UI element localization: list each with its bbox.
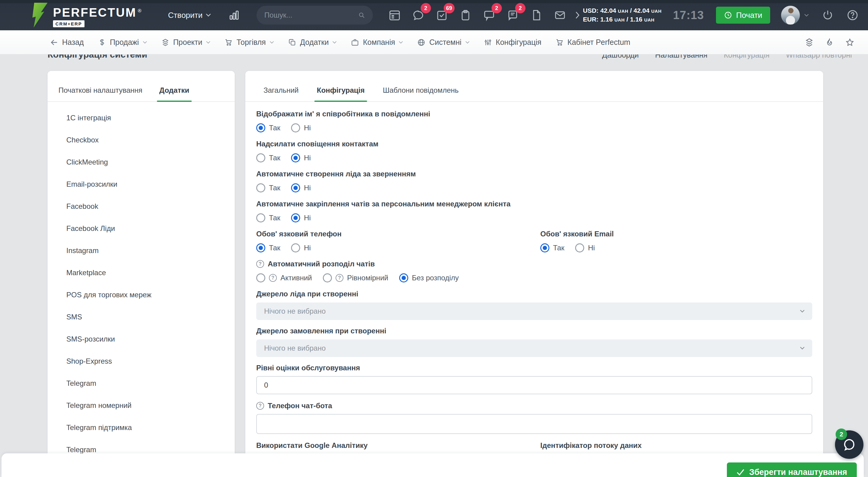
- module-navbar: Назад Продажі Проекти Торгівля Додатки К…: [0, 30, 868, 55]
- list-item[interactable]: Facebook Ліди: [48, 217, 235, 239]
- help-icon[interactable]: ?: [256, 260, 264, 268]
- field-lead-source: Джерело ліда при створенні Нічого не виб…: [256, 290, 812, 320]
- radio-uniform[interactable]: ?Рівномірний: [323, 273, 388, 282]
- chat-unread-badge: 2: [836, 428, 847, 440]
- file-icon[interactable]: [530, 8, 543, 22]
- start-timer-button[interactable]: Почати: [716, 7, 770, 24]
- stats-icon[interactable]: [228, 9, 240, 21]
- chevron-down-icon: [270, 41, 274, 44]
- help-icon[interactable]: ?: [269, 274, 277, 282]
- radio-yes[interactable]: Так: [256, 243, 280, 252]
- addons-sidebar: Початкові налаштування Додатки 1С інтегр…: [48, 71, 235, 477]
- chevron-down-icon: [332, 41, 337, 44]
- avatar[interactable]: [781, 6, 800, 25]
- radio-no[interactable]: Ні: [291, 123, 311, 132]
- list-item[interactable]: Email-розсилки: [48, 173, 235, 195]
- radio-yes[interactable]: Так: [256, 123, 280, 132]
- stack-icon[interactable]: [804, 37, 814, 47]
- field-google-analytics: Використати Google Аналітику: [256, 441, 540, 450]
- chats-icon[interactable]: 2: [411, 8, 425, 22]
- logo-bolt-icon: [29, 2, 49, 28]
- nav-back[interactable]: Назад: [50, 38, 84, 47]
- radio-active[interactable]: ?Активний: [256, 273, 312, 282]
- star-icon[interactable]: [845, 37, 855, 47]
- arrow-left-icon: [50, 38, 58, 47]
- field-service-levels: Рівні оцінки обслуговування: [256, 364, 812, 401]
- chevron-down-icon: [800, 310, 805, 313]
- list-item[interactable]: ClickMeeting: [48, 151, 235, 173]
- radio-no-distribution[interactable]: Без розподілу: [399, 273, 459, 282]
- radio-yes[interactable]: Так: [540, 243, 564, 252]
- nav-cabinet[interactable]: Кабінет Perfectum: [555, 38, 630, 47]
- radio-yes[interactable]: Так: [256, 183, 280, 192]
- perfectum-logo[interactable]: PERFECTUM® CRM+ERP: [29, 2, 140, 28]
- chat-bubble-icon: [842, 437, 857, 452]
- tasks-icon[interactable]: 69: [435, 8, 448, 22]
- settings-tabs: Загальний Конфігурація Шаблони повідомле…: [245, 86, 823, 102]
- chatbot-phone-input[interactable]: [256, 414, 812, 434]
- list-item[interactable]: Instagram: [48, 239, 235, 262]
- tab-general[interactable]: Загальний: [264, 86, 299, 101]
- list-item[interactable]: Telegram підтримка: [48, 416, 235, 439]
- list-item[interactable]: SMS-розсилки: [48, 328, 235, 350]
- nav-system[interactable]: Системні: [417, 38, 469, 47]
- clipboard-icon[interactable]: [459, 8, 472, 22]
- eur-rate: EUR: 1.16 UAH / 1.16 UAH: [583, 15, 661, 24]
- radio-no[interactable]: Ні: [291, 153, 311, 162]
- settings-panel: Загальний Конфігурація Шаблони повідомле…: [245, 71, 823, 477]
- tab-configuration[interactable]: Конфігурація: [317, 86, 365, 101]
- create-button[interactable]: Створити: [168, 10, 211, 20]
- nav-configuration[interactable]: Конфігурація: [484, 38, 541, 47]
- chevron-down-icon: [206, 41, 211, 44]
- radio-no[interactable]: Ні: [291, 243, 311, 252]
- tab-message-templates[interactable]: Шаблони повідомлень: [383, 86, 459, 101]
- tab-initial-settings[interactable]: Початкові налаштування: [58, 86, 142, 101]
- collapse-chevron-icon[interactable]: [575, 11, 580, 19]
- chevron-down-icon: [143, 41, 147, 44]
- chevron-down-icon: [804, 13, 809, 17]
- radio-yes[interactable]: Так: [256, 213, 280, 222]
- search-icon[interactable]: [358, 11, 365, 19]
- mail-icon[interactable]: [553, 8, 567, 22]
- support-chat-button[interactable]: 2: [835, 430, 864, 459]
- globe-icon: [417, 38, 426, 47]
- nav-trade[interactable]: Торгівля: [224, 38, 274, 47]
- message-doc-icon[interactable]: 2: [506, 8, 519, 22]
- cart-icon: [224, 38, 233, 47]
- user-menu[interactable]: [781, 6, 809, 25]
- list-item[interactable]: Checkbox: [48, 129, 235, 151]
- help-icon[interactable]: ?: [336, 274, 343, 282]
- logout-icon[interactable]: [822, 9, 834, 21]
- nav-company[interactable]: Компанія: [351, 38, 403, 47]
- header-icon-row: 2 69 2 2: [388, 8, 567, 22]
- create-label: Створити: [168, 10, 203, 20]
- nav-apps[interactable]: Додатки: [288, 38, 337, 47]
- list-item[interactable]: Telegram: [48, 372, 235, 394]
- help-icon[interactable]: ?: [256, 402, 264, 410]
- list-item[interactable]: 1С інтеграція: [48, 107, 235, 129]
- tab-addons[interactable]: Додатки: [159, 86, 189, 101]
- service-levels-input[interactable]: [256, 376, 812, 394]
- sliders-icon: [484, 38, 492, 47]
- flame-icon[interactable]: [825, 37, 834, 47]
- radio-no[interactable]: Ні: [575, 243, 595, 252]
- nav-projects[interactable]: Проекти: [161, 38, 211, 47]
- list-item[interactable]: Marketplace: [48, 262, 235, 284]
- list-item[interactable]: Facebook: [48, 195, 235, 217]
- list-item[interactable]: Shop-Express: [48, 350, 235, 372]
- comments-icon[interactable]: 2: [483, 8, 496, 22]
- lead-source-select[interactable]: Нічого не вибрано: [256, 302, 812, 320]
- list-item[interactable]: POS для торгових мереж: [48, 284, 235, 306]
- order-source-select[interactable]: Нічого не вибрано: [256, 339, 812, 357]
- save-settings-button[interactable]: Зберегти налаштування: [727, 463, 857, 477]
- calendar-icon[interactable]: [388, 8, 401, 22]
- radio-no[interactable]: Ні: [291, 213, 311, 222]
- radio-yes[interactable]: Так: [256, 153, 280, 162]
- list-item[interactable]: SMS: [48, 306, 235, 328]
- nav-sales[interactable]: Продажі: [98, 38, 147, 47]
- search-input[interactable]: [265, 11, 358, 20]
- radio-no[interactable]: Ні: [291, 183, 311, 192]
- help-icon[interactable]: [846, 9, 859, 21]
- clock-icon: [724, 11, 732, 20]
- list-item[interactable]: Telegram номерний: [48, 394, 235, 416]
